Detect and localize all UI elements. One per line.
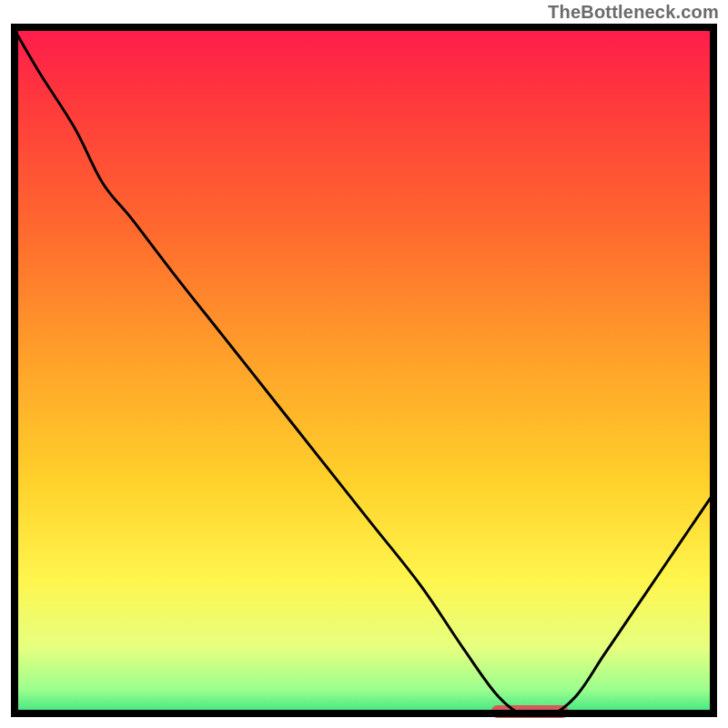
bottleneck-chart (0, 0, 728, 728)
gradient-background (11, 24, 717, 717)
chart-container: TheBottleneck.com (0, 0, 728, 728)
watermark-text: TheBottleneck.com (548, 2, 719, 23)
